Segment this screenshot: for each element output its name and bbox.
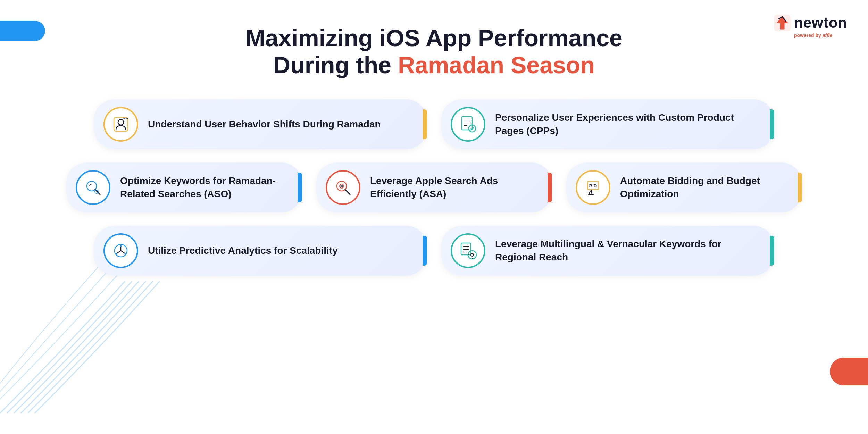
card-bidding: BID Automate Bidding and Budget Optimiza…: [566, 162, 802, 212]
card-custom-pages-text: Personalize User Experiences with Custom…: [495, 111, 760, 137]
card-aso-text: Optimize Keywords for Ramadan-Related Se…: [120, 174, 288, 201]
svg-line-12: [345, 190, 350, 194]
card-user-behavior: Understand User Behavior Shifts During R…: [94, 99, 427, 149]
aso-icon: [84, 178, 102, 197]
svg-point-2: [118, 119, 124, 125]
svg-line-19: [121, 251, 125, 253]
analytics-icon-circle: [103, 233, 138, 268]
custom-pages-icon-circle: [451, 107, 485, 142]
card-user-behavior-text: Understand User Behavior Shifts During R…: [148, 118, 381, 131]
cards-grid: Understand User Behavior Shifts During R…: [52, 99, 816, 276]
card-aso: Optimize Keywords for Ramadan-Related Se…: [66, 162, 302, 212]
cards-row-2: Optimize Keywords for Ramadan-Related Se…: [52, 162, 816, 212]
card-multilingual-text: Leverage Multilingual & Vernacular Keywo…: [495, 237, 760, 264]
multilingual-icon-circle: [451, 233, 485, 268]
card-asa: Leverage Apple Search Ads Efficiently (A…: [316, 162, 552, 212]
analytics-icon: [112, 242, 130, 260]
user-behavior-icon-circle: [103, 107, 138, 142]
cards-row-1: Understand User Behavior Shifts During R…: [52, 99, 816, 149]
svg-point-29: [471, 253, 474, 256]
aso-icon-circle: [76, 170, 110, 205]
card-custom-pages: Personalize User Experiences with Custom…: [441, 99, 774, 149]
card-analytics: Utilize Predictive Analytics for Scalabi…: [94, 226, 427, 276]
multilingual-icon: [459, 242, 477, 260]
cards-row-3: Utilize Predictive Analytics for Scalabi…: [52, 226, 816, 276]
user-behavior-icon: [112, 115, 130, 133]
card-asa-text: Leverage Apple Search Ads Efficiently (A…: [370, 174, 538, 201]
asa-icon-circle: [326, 170, 360, 205]
svg-line-20: [117, 251, 121, 253]
title-line2: During the Ramadan Season: [245, 51, 623, 78]
custom-pages-icon: [459, 115, 477, 133]
card-bidding-text: Automate Bidding and Budget Optimization: [620, 174, 788, 201]
bidding-icon-circle: BID: [576, 170, 610, 205]
card-multilingual: Leverage Multilingual & Vernacular Keywo…: [441, 226, 774, 276]
card-analytics-text: Utilize Predictive Analytics for Scalabi…: [148, 244, 338, 257]
main-content: Maximizing iOS App Performance During th…: [0, 0, 868, 434]
svg-text:BID: BID: [589, 183, 597, 189]
bidding-icon: BID: [584, 178, 602, 197]
asa-icon: [334, 178, 352, 197]
title-block: Maximizing iOS App Performance During th…: [245, 24, 623, 78]
title-line1: Maximizing iOS App Performance: [245, 24, 623, 51]
